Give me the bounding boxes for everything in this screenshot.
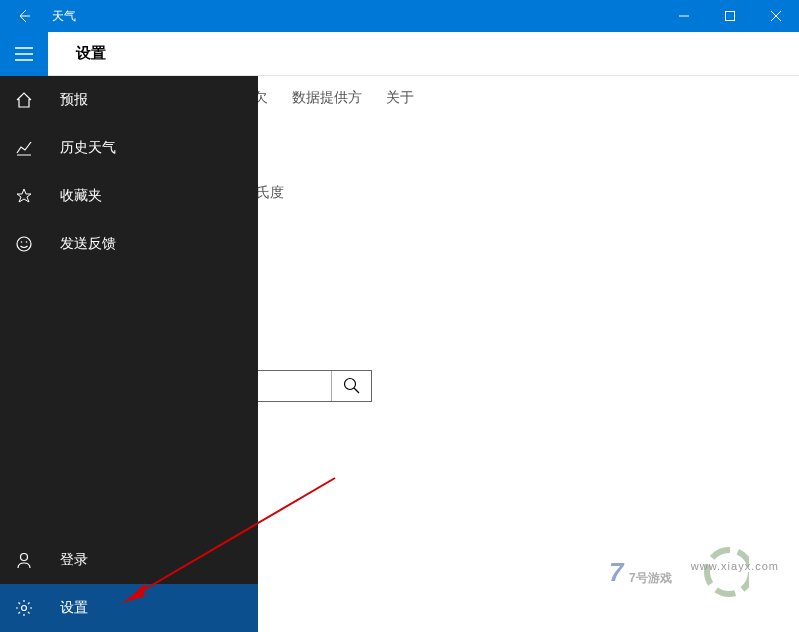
search-icon [343,377,361,395]
sidebar-item-signin[interactable]: 登录 [0,536,258,584]
tab-data-provider[interactable]: 数据提供方 [292,89,362,107]
navigation-sidebar: 预报 历史天气 收藏夹 发送反馈 登录 [0,76,258,632]
sidebar-item-favorites[interactable]: 收藏夹 [0,172,258,220]
hamburger-button[interactable] [0,32,48,76]
svg-point-2 [17,237,31,251]
smile-icon [14,234,34,254]
close-icon [771,11,781,21]
sidebar-item-label: 收藏夹 [60,187,102,205]
star-icon [14,186,34,206]
app-title: 天气 [48,8,661,25]
page-title: 设置 [48,44,106,63]
subheader: 设置 [0,32,799,76]
sidebar-item-label: 预报 [60,91,88,109]
svg-point-5 [21,554,28,561]
window-controls [661,0,799,32]
watermark-logo: 7 7号游戏 [639,542,789,602]
svg-point-1 [344,379,355,390]
back-arrow-icon [16,8,32,24]
chart-icon [14,138,34,158]
sidebar-item-label: 设置 [60,599,88,617]
svg-rect-0 [726,12,735,21]
svg-point-3 [21,241,23,243]
close-button[interactable] [753,0,799,32]
home-icon [14,90,34,110]
sidebar-item-label: 登录 [60,551,88,569]
watermark-url: www.xiayx.com [691,560,779,572]
sidebar-item-history[interactable]: 历史天气 [0,124,258,172]
minimize-icon [679,11,689,21]
sidebar-bottom-group: 登录 设置 [0,536,258,632]
svg-point-4 [26,241,28,243]
sidebar-item-forecast[interactable]: 预报 [0,76,258,124]
minimize-button[interactable] [661,0,707,32]
gear-icon [14,598,34,618]
sidebar-item-settings[interactable]: 设置 [0,584,258,632]
temperature-unit-label-partial: 氏度 [256,184,284,202]
person-icon [14,550,34,570]
hamburger-icon [15,47,33,61]
sidebar-top-group: 预报 历史天气 收藏夹 发送反馈 [0,76,258,536]
sidebar-item-label: 历史天气 [60,139,116,157]
search-button[interactable] [331,371,371,401]
sidebar-item-feedback[interactable]: 发送反馈 [0,220,258,268]
sidebar-item-label: 发送反馈 [60,235,116,253]
back-button[interactable] [0,0,48,32]
svg-point-6 [22,606,27,611]
svg-point-10 [707,550,749,594]
maximize-icon [725,11,735,21]
tab-about[interactable]: 关于 [386,89,414,107]
maximize-button[interactable] [707,0,753,32]
titlebar: 天气 [0,0,799,32]
